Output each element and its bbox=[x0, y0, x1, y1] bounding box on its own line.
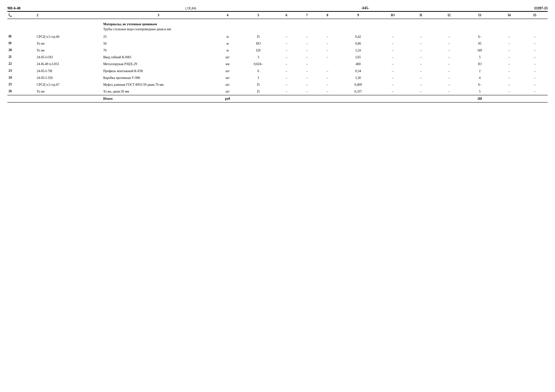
cell-r8-c6: – bbox=[297, 88, 317, 95]
cell-r7-c14: – bbox=[522, 81, 548, 88]
cell-r6-c5: – bbox=[276, 74, 297, 81]
cell-r1-c3: м bbox=[215, 40, 240, 47]
cell-r0-c9: – bbox=[379, 33, 407, 40]
cell-r2-c13: – bbox=[497, 47, 522, 54]
cell-r1-c9: – bbox=[379, 40, 407, 47]
cell-r2-c3: м bbox=[215, 47, 240, 54]
cell-r4-c10: – bbox=[407, 61, 435, 67]
cell-r8-c11: – bbox=[435, 88, 463, 95]
cell-r3-c0: 2I bbox=[7, 54, 36, 61]
cell-r5-c4: 6 bbox=[240, 68, 276, 74]
totals-label: Итого: bbox=[102, 95, 215, 102]
cell-r4-c9: – bbox=[379, 61, 407, 67]
col-h-1: Iш bbox=[7, 12, 36, 19]
cell-r6-c2: Коробка протяжная У-996 bbox=[102, 74, 215, 81]
cell-r3-c10: – bbox=[407, 54, 435, 61]
cell-r5-c10: – bbox=[407, 68, 435, 74]
cell-r6-c7: – bbox=[317, 74, 338, 81]
cell-r6-c1: 24-05-I-350 bbox=[36, 74, 102, 81]
cell-r5-c2: Профиль монтажный К-IO8 bbox=[102, 68, 215, 74]
cell-r8-c0: 26 bbox=[7, 88, 36, 95]
table-row: 2424-05-I-350Коробка протяжная У-996шт3–… bbox=[7, 74, 548, 81]
cell-r3-c12: 5 bbox=[463, 54, 497, 61]
cell-r8-c2: То же, диам.50 мм bbox=[102, 88, 215, 95]
cell-r6-c9: – bbox=[379, 74, 407, 81]
cell-r1-c1: То же bbox=[36, 40, 102, 47]
cell-r7-c9: – bbox=[379, 81, 407, 88]
col-h-14: I4 bbox=[497, 12, 522, 19]
cell-r2-c14: – bbox=[522, 47, 548, 54]
cell-r1-c12: 95 bbox=[463, 40, 497, 47]
cell-r8-c3: шт bbox=[215, 88, 240, 95]
cell-r2-c5: – bbox=[276, 47, 297, 54]
cell-r7-c11: – bbox=[435, 81, 463, 88]
cell-r4-c14: – bbox=[522, 61, 548, 67]
cell-r4-c7 bbox=[317, 61, 338, 67]
col-h-6: 6 bbox=[276, 12, 297, 19]
cell-r2-c12: I49 bbox=[463, 47, 497, 54]
section-title2: Трубы стальные водо-газопроводные диам.в… bbox=[102, 27, 548, 33]
cell-r0-c2: 25 bbox=[102, 33, 215, 40]
cell-r7-c5: – bbox=[276, 81, 297, 88]
table-row: 26То жеТо же, диам.50 ммштI5–––0,337–––5… bbox=[7, 88, 548, 95]
cell-r1-c8: 0,86 bbox=[338, 40, 379, 47]
cell-r4-c3: км bbox=[215, 61, 240, 67]
cell-r8-c13: – bbox=[497, 88, 522, 95]
cell-r0-c13: – bbox=[497, 33, 522, 40]
cell-r5-c13: – bbox=[497, 68, 522, 74]
cell-r1-c7: – bbox=[317, 40, 338, 47]
cell-r0-c1: СРСЦ ч.I стр.66 bbox=[36, 33, 102, 40]
cell-r4-c2: Металлорукав РЗЦХ-29 bbox=[102, 61, 215, 67]
cell-r5-c7: – bbox=[317, 68, 338, 74]
cell-r2-c11: – bbox=[435, 47, 463, 54]
cell-r7-c0: 25 bbox=[7, 81, 36, 88]
cell-r0-c0: I8 bbox=[7, 33, 36, 40]
col-h-12: I2 bbox=[435, 12, 463, 19]
cell-r2-c9: – bbox=[379, 47, 407, 54]
cell-r3-c6: – bbox=[297, 54, 317, 61]
section-header-row2: Трубы стальные водо-газопроводные диам.в… bbox=[7, 27, 548, 33]
cell-r7-c7: – bbox=[317, 81, 338, 88]
col-h-9: 9 bbox=[338, 12, 379, 19]
table-row: I9То же50мIIO–––0,86–––95–– bbox=[7, 40, 548, 47]
col-h-2: 2 bbox=[36, 12, 102, 19]
section-title1: Материалы, не учтенные ценником bbox=[102, 19, 548, 27]
cell-r1-c6: – bbox=[297, 40, 317, 47]
cell-r6-c11: – bbox=[435, 74, 463, 81]
main-table: Iш 2 3 4 5 6 7 8 9 IO II I2 I3 I4 I5 Мат… bbox=[7, 11, 548, 33]
col-h-13: I3 bbox=[463, 12, 497, 19]
data-table: I8СРСЦ ч.I стр.6625мI5–––0,42–––6–––I9То… bbox=[7, 33, 548, 103]
header-right: I3397-I3 bbox=[534, 6, 548, 10]
cell-r2-c0: 20 bbox=[7, 47, 36, 54]
cell-r2-c8: I,24 bbox=[338, 47, 379, 54]
totals-value: 28I bbox=[463, 95, 497, 102]
cell-r3-c9: – bbox=[379, 54, 407, 61]
col-h-5: 5 bbox=[240, 12, 276, 19]
cell-r3-c1: 24-05-I-OI3 bbox=[36, 54, 102, 61]
table-row: 2I24-05-I-OI3Ввод гибкий К-I083шт3–––I,6… bbox=[7, 54, 548, 61]
cell-r4-c5: – bbox=[276, 61, 297, 67]
cell-r4-c8: 400 bbox=[338, 61, 379, 67]
cell-r3-c8: I,65 bbox=[338, 54, 379, 61]
cell-r3-c13: – bbox=[497, 54, 522, 61]
cell-r2-c4: I20 bbox=[240, 47, 276, 54]
cell-r8-c8: 0,337 bbox=[338, 88, 379, 95]
cell-r3-c2: Ввод гибкий К-I083 bbox=[102, 54, 215, 61]
cell-r2-c6: – bbox=[297, 47, 317, 54]
cell-r1-c5: – bbox=[276, 40, 297, 47]
cell-r7-c2: Муфта длинная ГОСТ 8955-59 диам.70 мм bbox=[102, 81, 215, 88]
cell-r4-c12: IO bbox=[463, 61, 497, 67]
cell-r4-c1: 24-I6-49 п.I-053 bbox=[36, 61, 102, 67]
cell-r0-c6: – bbox=[297, 33, 317, 40]
cell-r6-c6: – bbox=[297, 74, 317, 81]
cell-r5-c12: 2 bbox=[463, 68, 497, 74]
cell-r0-c5: – bbox=[276, 33, 297, 40]
cell-r4-c0: 22 bbox=[7, 61, 36, 67]
cell-r8-c1: То же bbox=[36, 88, 102, 95]
cell-r8-c10: – bbox=[407, 88, 435, 95]
cell-r0-c7: – bbox=[317, 33, 338, 40]
cell-r5-c3: шт bbox=[215, 68, 240, 74]
cell-r8-c14: – bbox=[522, 88, 548, 95]
cell-r3-c3: шт bbox=[215, 54, 240, 61]
col-h-10: IO bbox=[379, 12, 407, 19]
